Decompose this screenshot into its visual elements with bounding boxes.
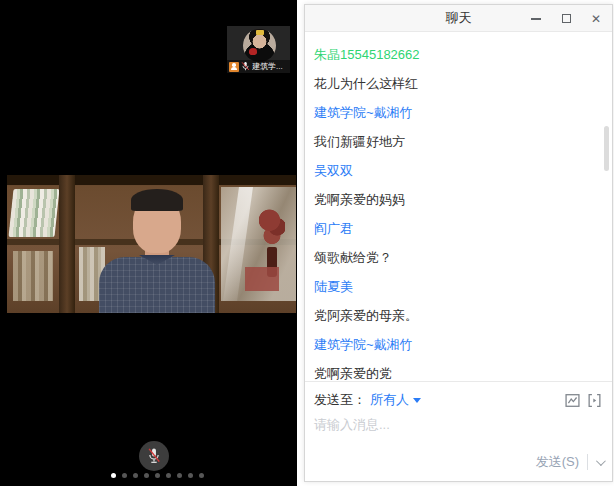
send-row: 发送(S) [536,453,603,471]
message-input[interactable] [305,409,612,443]
chat-message-list[interactable]: 朱晶15545182662 花儿为什么这样红 建筑学院~戴湘竹 我们新疆好地方 … [305,33,612,381]
bookshelf-frame [7,175,296,185]
send-to-row: 发送至： 所有人 [305,382,612,409]
page-dot[interactable] [199,473,204,478]
message-text: 我们新疆好地方 [314,127,602,156]
thumbnail-status-bar: 建筑学... [227,60,290,73]
mic-muted-icon [145,446,163,466]
main-video-feed [7,175,296,313]
page-dot[interactable] [122,473,127,478]
avatar-red-glass [249,48,257,55]
page-indicator-dots[interactable] [111,473,204,478]
page-dot[interactable] [177,473,182,478]
bookshelf-pillar [59,175,75,313]
red-books [245,267,279,291]
page-dot[interactable] [188,473,193,478]
speaker-hair [131,189,183,211]
message-sender: 吴双双 [314,156,602,185]
chat-header: 聊天 ✕ [305,5,612,32]
avatar-hairclip [256,30,264,35]
page-dot[interactable] [144,473,149,478]
mic-muted-icon [241,61,250,72]
avatar [243,29,276,62]
video-stage: 建筑学... [0,0,297,486]
message-sender: 建筑学院~戴湘竹 [314,330,602,359]
send-options-chevron-icon[interactable] [596,456,606,466]
message-text: 党阿亲爱的母亲。 [314,301,602,330]
window-controls: ✕ [528,5,604,32]
send-to-dropdown[interactable]: 所有人 [370,391,421,409]
screenshot-icon[interactable] [565,393,580,408]
maximize-icon[interactable] [558,11,574,27]
bookshelf-books [13,251,53,301]
dried-flowers [259,207,285,251]
participant-thumbnail[interactable]: 建筑学... [227,26,290,73]
page-dot[interactable] [166,473,171,478]
popout-panel-icon[interactable] [587,393,602,408]
member-badge-icon [229,62,239,72]
message-text: 颂歌献给党？ [314,243,602,272]
chat-composer: 发送至： 所有人 发送(S) [305,381,612,481]
message-sender: 建筑学院~戴湘竹 [314,98,602,127]
bookshelf-books [8,189,59,237]
message-sender: 陆夏美 [314,272,602,301]
message-text: 党啊亲爱的妈妈 [314,185,602,214]
message-text: 党啊亲爱的党 [314,359,602,381]
minimize-icon[interactable] [528,11,544,27]
send-to-value: 所有人 [370,391,409,409]
chat-window: 聊天 ✕ 朱晶15545182662 花儿为什么这样红 建筑学院~戴湘竹 我们新… [304,4,613,482]
mic-mute-button[interactable] [139,441,169,471]
message-sender: 阎广君 [314,214,602,243]
speaker-body [99,257,215,313]
send-button[interactable]: 发送(S) [536,453,579,471]
page-dot[interactable] [155,473,160,478]
chevron-down-icon [413,398,421,403]
chat-title: 聊天 [446,9,472,27]
close-icon[interactable]: ✕ [588,11,604,27]
send-to-label: 发送至： [314,391,366,409]
divider [587,454,588,470]
message-sender: 朱晶15545182662 [314,40,602,69]
message-text: 花儿为什么这样红 [314,69,602,98]
participant-name-label: 建筑学... [252,61,283,72]
scrollbar-thumb[interactable] [604,126,609,171]
page-dot[interactable] [133,473,138,478]
page-dot-active[interactable] [111,473,116,478]
